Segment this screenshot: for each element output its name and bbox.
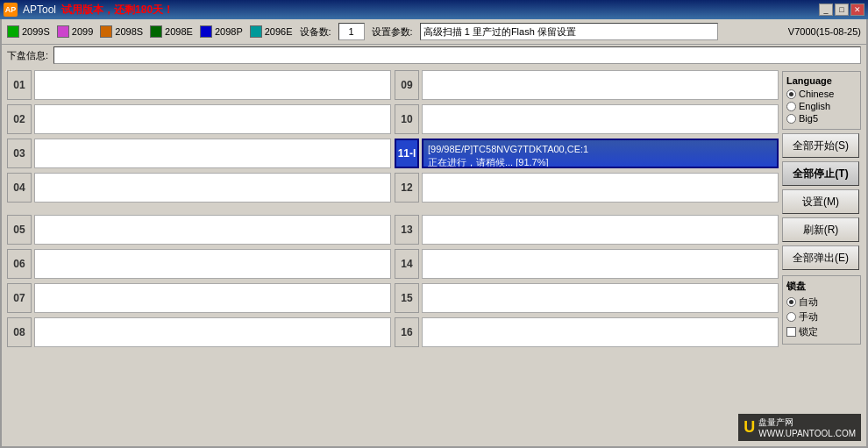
eject-all-button[interactable]: 全部弹出(E) xyxy=(782,245,859,270)
legend-2099: 2099 xyxy=(57,25,93,38)
lock-manual-item[interactable]: 手动 xyxy=(786,310,857,324)
slot-box-04[interactable] xyxy=(34,173,391,203)
slot-box-16[interactable] xyxy=(422,317,779,347)
slot-number-14: 14 xyxy=(395,249,419,279)
slot-row-16: 16 xyxy=(395,316,779,348)
legend-2098e: 2098E xyxy=(150,25,193,38)
legend-color-2098s xyxy=(100,25,112,38)
lock-checkbox-label: 锁定 xyxy=(799,325,818,338)
lang-chinese-item[interactable]: Chinese xyxy=(786,89,857,99)
device-count-input[interactable] xyxy=(338,23,365,40)
legend-label-2098p: 2098P xyxy=(215,26,243,37)
slot-box-02[interactable] xyxy=(34,104,391,134)
slot-row-09: 09 xyxy=(395,69,779,101)
slot-box-07[interactable] xyxy=(34,283,391,313)
lang-english-item[interactable]: English xyxy=(786,101,857,111)
title-bar: AP APTool 试用版本，还剩180天！ _ □ ✕ xyxy=(0,0,868,19)
slot-number-08: 08 xyxy=(7,317,32,347)
slot-11-line1: [99/98E/P]TC58NVG7TDKTA00,CE:1 xyxy=(428,143,772,156)
slot-row-10: 10 xyxy=(395,103,779,135)
lock-auto-label: 自动 xyxy=(799,295,818,309)
lang-big5-radio[interactable] xyxy=(786,114,796,124)
settings-button[interactable]: 设置(M) xyxy=(782,189,859,214)
legend-color-2099s xyxy=(7,25,19,38)
slot-number-07: 07 xyxy=(7,283,32,313)
legend-color-2099 xyxy=(57,25,69,38)
slot-row-11: 11-I [99/98E/P]TC58NVG7TDKTA00,CE:1 正在进行… xyxy=(395,138,779,169)
stop-all-button[interactable]: 全部停止(T) xyxy=(782,161,859,186)
watermark-icon: U xyxy=(743,418,755,437)
slot-row-06: 06 xyxy=(7,248,391,280)
slot-box-06[interactable] xyxy=(34,249,391,279)
left-slots-column: 01 02 03 04 05 xyxy=(7,69,391,443)
slot-number-10: 10 xyxy=(395,104,419,134)
refresh-button[interactable]: 刷新(R) xyxy=(782,217,859,242)
slot-box-10[interactable] xyxy=(422,104,779,134)
lock-auto-radio[interactable] xyxy=(786,297,796,307)
legend-2096e: 2096E xyxy=(250,25,293,38)
lock-manual-label: 手动 xyxy=(799,310,818,324)
content-area: 01 02 03 04 05 xyxy=(2,66,866,446)
window-controls[interactable]: _ □ ✕ xyxy=(819,4,864,16)
slot-number-05: 05 xyxy=(7,215,32,245)
legend-2099s: 2099S xyxy=(7,25,50,38)
info-label: 下盘信息: xyxy=(7,49,48,62)
lock-checkbox[interactable] xyxy=(786,327,796,337)
legend-color-2096e xyxy=(250,25,262,38)
slot-number-06: 06 xyxy=(7,249,32,279)
slot-box-14[interactable] xyxy=(422,249,779,279)
info-input[interactable] xyxy=(53,46,861,64)
slots-area: 01 02 03 04 05 xyxy=(7,69,779,443)
lock-box: 锁盘 自动 手动 锁定 xyxy=(782,275,861,345)
slot-box-09[interactable] xyxy=(422,70,779,100)
slot-number-01: 01 xyxy=(7,70,32,100)
param-label: 设置参数: xyxy=(372,25,413,39)
maximize-button[interactable]: □ xyxy=(835,4,849,16)
lang-chinese-radio[interactable] xyxy=(786,89,796,99)
slot-box-11[interactable]: [99/98E/P]TC58NVG7TDKTA00,CE:1 正在进行，请稍候.… xyxy=(422,139,779,168)
toolbar: 2099S 2099 2098S 2098E 2098P 2096E 设备数: … xyxy=(2,19,866,45)
main-window: 2099S 2099 2098S 2098E 2098P 2096E 设备数: … xyxy=(0,19,868,448)
slot-box-13[interactable] xyxy=(422,215,779,245)
legend-label-2099: 2099 xyxy=(72,26,93,37)
slot-box-15[interactable] xyxy=(422,283,779,313)
slot-box-01[interactable] xyxy=(34,70,391,100)
slot-number-12: 12 xyxy=(395,173,419,203)
start-all-button[interactable]: 全部开始(S) xyxy=(782,133,859,158)
slot-row-08: 08 xyxy=(7,316,391,348)
language-box: Language Chinese English Big5 xyxy=(782,71,861,130)
lock-auto-item[interactable]: 自动 xyxy=(786,295,857,309)
slot-number-15: 15 xyxy=(395,283,419,313)
language-title: Language xyxy=(786,75,857,86)
lang-english-label: English xyxy=(799,101,830,111)
slot-box-08[interactable] xyxy=(34,317,391,347)
minimize-button[interactable]: _ xyxy=(819,4,833,16)
slot-row-14: 14 xyxy=(395,248,779,280)
slot-box-12[interactable] xyxy=(422,173,779,203)
slot-box-05[interactable] xyxy=(34,215,391,245)
slot-row-02: 02 xyxy=(7,103,391,135)
slot-row-05: 05 xyxy=(7,214,391,245)
watermark-line1: 盘量产网 xyxy=(758,416,856,429)
lang-big5-item[interactable]: Big5 xyxy=(786,113,857,124)
slot-row-07: 07 xyxy=(7,282,391,314)
slot-row-13: 13 xyxy=(395,214,779,245)
slot-number-09: 09 xyxy=(395,70,419,100)
app-name: APTool xyxy=(23,4,56,16)
lock-manual-radio[interactable] xyxy=(786,312,796,322)
lang-english-radio[interactable] xyxy=(786,102,796,111)
param-input[interactable] xyxy=(420,23,718,40)
slot-box-03[interactable] xyxy=(34,139,391,168)
legend-label-2098s: 2098S xyxy=(115,26,143,37)
right-panel: Language Chinese English Big5 全部开始(S) 全部… xyxy=(782,69,861,443)
info-row: 下盘信息: xyxy=(2,45,866,66)
lock-checkbox-item[interactable]: 锁定 xyxy=(786,325,857,338)
slot-row-01: 01 xyxy=(7,69,391,101)
watermark-text: 盘量产网 WWW.UPANTOOL.COM xyxy=(758,416,856,438)
slot-number-04: 04 xyxy=(7,173,32,203)
slot-number-13: 13 xyxy=(395,215,419,245)
slot-number-02: 02 xyxy=(7,104,32,134)
slot-row-04: 04 xyxy=(7,172,391,203)
watermark-line2: WWW.UPANTOOL.COM xyxy=(758,429,856,438)
close-button[interactable]: ✕ xyxy=(850,4,864,16)
